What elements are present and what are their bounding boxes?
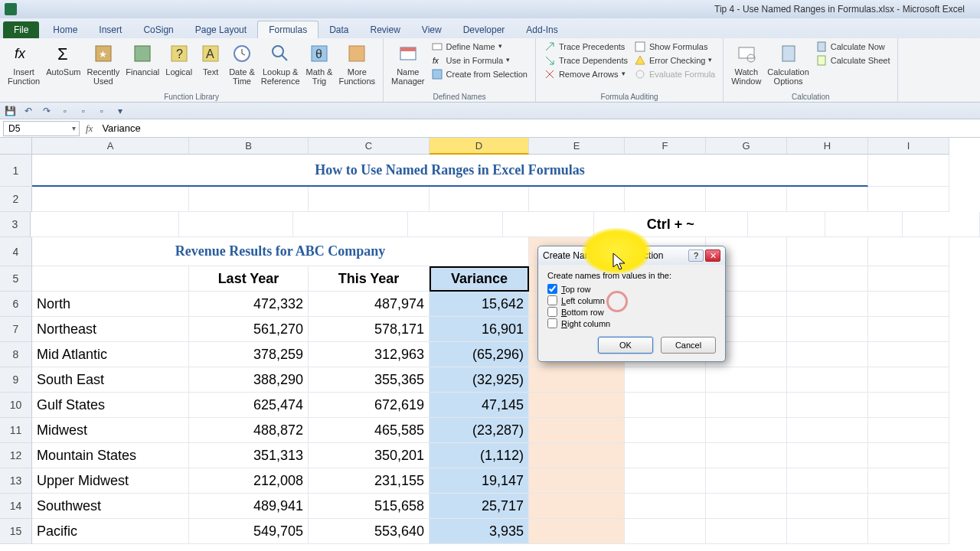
cell[interactable] bbox=[787, 237, 868, 266]
cancel-button[interactable]: Cancel bbox=[661, 337, 716, 354]
cell-last-year[interactable]: 212,008 bbox=[189, 468, 309, 494]
qat-icon[interactable]: ▫ bbox=[95, 104, 109, 118]
recently-used-button[interactable]: ★ Recently Used bbox=[83, 40, 122, 87]
cell-variance[interactable]: 19,147 bbox=[430, 468, 529, 494]
select-all-corner[interactable] bbox=[0, 138, 32, 155]
cell[interactable] bbox=[868, 393, 949, 418]
cell-last-year[interactable]: 388,290 bbox=[189, 367, 309, 393]
col-header-h[interactable]: H bbox=[787, 138, 868, 155]
cell[interactable] bbox=[868, 494, 949, 519]
cell[interactable] bbox=[529, 519, 625, 544]
cell-this-year[interactable]: 553,640 bbox=[309, 519, 430, 544]
cell-variance[interactable]: (1,112) bbox=[430, 443, 529, 468]
show-formulas-button[interactable]: Show Formulas bbox=[631, 40, 718, 54]
cell[interactable] bbox=[529, 468, 625, 494]
col-header-g[interactable]: G bbox=[706, 138, 787, 155]
cell-this-year[interactable]: 515,658 bbox=[309, 494, 430, 519]
cell-last-year[interactable]: 549,705 bbox=[189, 519, 309, 544]
row-header[interactable]: 2 bbox=[0, 187, 32, 212]
header-this-year[interactable]: This Year bbox=[309, 266, 430, 292]
col-header-c[interactable]: C bbox=[309, 138, 430, 155]
watch-window-button[interactable]: Watch Window bbox=[728, 40, 764, 87]
cell[interactable] bbox=[748, 212, 825, 237]
cell[interactable] bbox=[625, 393, 706, 418]
calculate-now-button[interactable]: Calculate Now bbox=[812, 40, 893, 54]
cell[interactable] bbox=[179, 212, 292, 237]
cell[interactable] bbox=[787, 317, 868, 342]
insert-function-button[interactable]: fx Insert Function bbox=[5, 40, 43, 87]
cell[interactable] bbox=[787, 468, 868, 494]
cell[interactable] bbox=[868, 317, 949, 342]
math-trig-button[interactable]: θ Math & Trig bbox=[303, 40, 336, 87]
cell[interactable] bbox=[868, 266, 949, 292]
bottom-row-checkbox[interactable] bbox=[547, 307, 557, 317]
more-functions-button[interactable]: More Functions bbox=[335, 40, 378, 87]
cell-last-year[interactable]: 472,332 bbox=[189, 292, 309, 317]
formula-input[interactable]: Variance bbox=[99, 122, 980, 134]
calculation-options-button[interactable]: Calculation Options bbox=[764, 40, 812, 87]
cell[interactable] bbox=[868, 155, 949, 187]
cell[interactable] bbox=[625, 519, 706, 544]
cell[interactable] bbox=[706, 494, 787, 519]
save-icon[interactable]: 💾 bbox=[3, 104, 17, 118]
cell-last-year[interactable]: 561,270 bbox=[189, 317, 309, 342]
shortcut-note[interactable]: Ctrl + ~ bbox=[594, 212, 748, 237]
col-header-d[interactable]: D bbox=[430, 138, 529, 155]
lookup-reference-button[interactable]: Lookup & Reference bbox=[258, 40, 303, 87]
row-header[interactable]: 5 bbox=[0, 266, 32, 292]
cell[interactable] bbox=[787, 187, 868, 212]
cell-region[interactable]: Pacific bbox=[32, 519, 189, 544]
cell[interactable] bbox=[868, 237, 949, 266]
cell[interactable] bbox=[625, 443, 706, 468]
row-header[interactable]: 15 bbox=[0, 519, 32, 544]
cell-region[interactable]: North bbox=[32, 292, 189, 317]
row-header[interactable]: 4 bbox=[0, 237, 32, 266]
qat-dropdown-icon[interactable]: ▾ bbox=[113, 104, 127, 118]
cell[interactable] bbox=[706, 443, 787, 468]
cell[interactable] bbox=[787, 393, 868, 418]
create-from-selection-button[interactable]: Create from Selection bbox=[428, 67, 531, 81]
cell[interactable] bbox=[625, 468, 706, 494]
cell[interactable] bbox=[625, 367, 706, 393]
cell[interactable] bbox=[430, 187, 529, 212]
qat-icon[interactable]: ▫ bbox=[58, 104, 72, 118]
row-header[interactable]: 3 bbox=[0, 212, 31, 237]
qat-icon[interactable]: ▫ bbox=[77, 104, 90, 118]
tab-addins[interactable]: Add-Ins bbox=[515, 21, 568, 38]
row-header[interactable]: 14 bbox=[0, 494, 32, 519]
cell-this-year[interactable]: 350,201 bbox=[309, 443, 430, 468]
cell-this-year[interactable]: 578,171 bbox=[309, 317, 430, 342]
trace-dependents-button[interactable]: Trace Dependents bbox=[541, 54, 631, 67]
error-checking-button[interactable]: Error Checking▾ bbox=[631, 54, 718, 67]
cell[interactable] bbox=[529, 443, 625, 468]
cell[interactable] bbox=[706, 468, 787, 494]
tab-formulas[interactable]: Formulas bbox=[257, 21, 318, 38]
cell[interactable] bbox=[529, 187, 625, 212]
cell-variance[interactable]: 25,717 bbox=[430, 494, 529, 519]
row-header[interactable]: 11 bbox=[0, 418, 32, 443]
cell[interactable] bbox=[706, 393, 787, 418]
cell[interactable] bbox=[529, 367, 625, 393]
cell-this-year[interactable]: 355,365 bbox=[309, 367, 430, 393]
row-header[interactable]: 12 bbox=[0, 443, 32, 468]
help-button[interactable]: ? bbox=[688, 249, 704, 262]
row-header[interactable]: 6 bbox=[0, 292, 32, 317]
row-header[interactable]: 10 bbox=[0, 393, 32, 418]
cell-region[interactable]: Southwest bbox=[32, 494, 189, 519]
cell-last-year[interactable]: 625,474 bbox=[189, 393, 309, 418]
cell[interactable] bbox=[868, 367, 949, 393]
tab-home[interactable]: Home bbox=[42, 21, 88, 38]
cell[interactable] bbox=[32, 187, 189, 212]
cell-last-year[interactable]: 488,872 bbox=[189, 418, 309, 443]
checkbox-bottom-row[interactable]: Bottom row bbox=[547, 306, 716, 318]
cell[interactable] bbox=[31, 212, 180, 237]
cell-this-year[interactable]: 231,155 bbox=[309, 468, 430, 494]
calculate-sheet-button[interactable]: Calculate Sheet bbox=[812, 54, 893, 67]
subtitle-cell[interactable]: Revenue Results for ABC Company bbox=[32, 237, 529, 266]
cell[interactable] bbox=[706, 187, 787, 212]
fx-label-icon[interactable]: fx bbox=[86, 122, 93, 135]
cell[interactable] bbox=[868, 342, 949, 367]
cell-region[interactable]: South East bbox=[32, 367, 189, 393]
cell-region[interactable]: Mid Atlantic bbox=[32, 342, 189, 367]
cell[interactable] bbox=[868, 468, 949, 494]
